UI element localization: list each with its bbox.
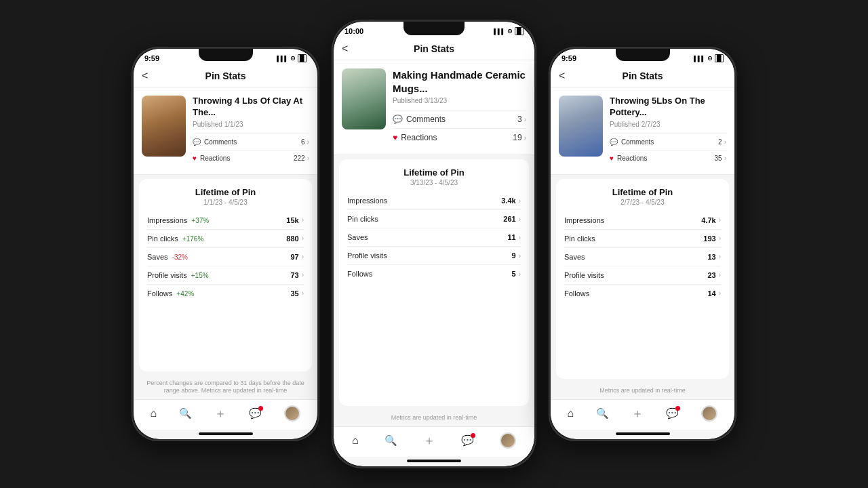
nav-search[interactable]: 🔍 xyxy=(596,407,609,420)
stat-right: 15k › xyxy=(286,216,304,224)
chevron-right-icon: › xyxy=(524,134,526,142)
nav-search[interactable]: 🔍 xyxy=(384,434,397,447)
status-icons: ▌▌▌ ⊙ ▉ xyxy=(277,54,307,62)
stat-row-0[interactable]: Impressions 4.7k › xyxy=(564,211,721,230)
stat-right: 261 › xyxy=(503,215,521,223)
stat-row-0[interactable]: Impressions 3.4k › xyxy=(347,192,521,210)
stat-value: 14 xyxy=(707,289,715,298)
home-icon: ⌂ xyxy=(151,407,157,420)
stat-row-1[interactable]: Pin clicks 261 › xyxy=(347,210,521,228)
phone-screen: 10:00 ▌▌▌ ⊙ ▉ < Pin Stats xyxy=(334,22,534,466)
comments-label: Comments xyxy=(204,138,237,146)
stat-value: 11 xyxy=(507,233,515,241)
stat-label: Saves xyxy=(347,233,368,241)
stat-label: Impressions xyxy=(347,197,387,205)
stat-right: 3.4k › xyxy=(501,197,521,205)
stat-row-2[interactable]: Saves 11 › xyxy=(347,228,521,247)
nav-search[interactable]: 🔍 xyxy=(179,407,192,420)
nav-add[interactable]: ＋ xyxy=(214,405,226,422)
stat-label: Saves -32% xyxy=(147,253,188,261)
metrics-note: Metrics are updated in real-time xyxy=(551,383,734,399)
home-indicator xyxy=(199,432,253,435)
stat-row-4[interactable]: Follows +42% 35 › xyxy=(147,285,304,302)
chevron-right-icon: › xyxy=(302,253,304,260)
reactions-label: Reactions xyxy=(200,155,230,162)
comments-count: 6 xyxy=(301,138,305,146)
stat-label: Follows +42% xyxy=(147,289,194,298)
chevron-right-icon: › xyxy=(719,271,721,279)
lifetime-title: Lifetime of Pin xyxy=(564,187,721,197)
stat-row-4[interactable]: Follows 14 › xyxy=(564,285,721,302)
stat-row-2[interactable]: Saves -32% 97 › xyxy=(147,248,304,266)
stat-label: Pin clicks xyxy=(564,235,595,243)
nav-profile[interactable] xyxy=(500,432,516,449)
nav-messages[interactable]: 💬 xyxy=(249,407,262,420)
reactions-row[interactable]: ♥ Reactions 35 › xyxy=(610,150,726,166)
chevron-right-icon: › xyxy=(519,252,521,260)
pin-card: Making Handmade Ceramic Mugs... Publishe… xyxy=(334,60,534,155)
comments-count: 3 xyxy=(517,115,522,124)
stat-right: 5 › xyxy=(512,270,521,278)
app-header: < Pin Stats xyxy=(334,38,534,60)
notification-dot xyxy=(675,406,680,411)
nav-home[interactable]: ⌂ xyxy=(151,407,157,420)
search-icon: 🔍 xyxy=(179,407,192,420)
stat-label: Profile visits xyxy=(564,271,604,279)
heart-icon: ♥ xyxy=(393,133,397,142)
reactions-row[interactable]: ♥ Reactions 222 › xyxy=(193,150,309,166)
notch xyxy=(199,49,253,61)
stat-right: 880 › xyxy=(286,235,304,243)
stat-right: 11 › xyxy=(507,233,521,241)
back-button[interactable]: < xyxy=(342,43,348,55)
stat-row-3[interactable]: Profile visits 9 › xyxy=(347,247,521,265)
nav-home[interactable]: ⌂ xyxy=(352,434,359,447)
stat-change: +37% xyxy=(191,217,209,224)
pin-title: Throwing 4 Lbs Of Clay At The... xyxy=(193,96,309,119)
stat-label: Profile visits +15% xyxy=(147,271,209,279)
avatar xyxy=(701,405,717,422)
plus-icon: ＋ xyxy=(214,405,226,422)
comments-label: Comments xyxy=(621,138,654,146)
status-time: 9:59 xyxy=(144,54,159,62)
lifetime-section: Lifetime of Pin 1/1/23 - 4/5/23 Impressi… xyxy=(139,179,312,371)
status-time: 10:00 xyxy=(344,27,363,35)
stat-row-3[interactable]: Profile visits +15% 73 › xyxy=(147,266,304,285)
stat-right: 35 › xyxy=(290,289,304,298)
chevron-right-icon: › xyxy=(524,116,526,123)
back-button[interactable]: < xyxy=(559,70,565,82)
chevron-right-icon: › xyxy=(719,235,721,242)
comments-row[interactable]: 💬 Comments 6 › xyxy=(193,134,309,150)
comments-row[interactable]: 💬 Comments 2 › xyxy=(610,134,726,150)
comments-row[interactable]: 💬 Comments 3 › xyxy=(393,110,526,128)
wifi-icon: ⊙ xyxy=(290,55,296,62)
reactions-row[interactable]: ♥ Reactions 19 › xyxy=(393,128,526,146)
nav-messages[interactable]: 💬 xyxy=(666,407,679,420)
stat-row-0[interactable]: Impressions +37% 15k › xyxy=(147,211,304,230)
nav-add[interactable]: ＋ xyxy=(631,405,644,422)
stat-row-1[interactable]: Pin clicks +176% 880 › xyxy=(147,230,304,248)
nav-profile[interactable] xyxy=(284,405,300,422)
stat-value: 193 xyxy=(703,235,715,243)
stat-label: Pin clicks xyxy=(347,215,378,223)
stat-value: 23 xyxy=(707,271,715,279)
stat-right: 73 › xyxy=(290,271,304,279)
stat-value: 15k xyxy=(286,216,298,224)
stat-value: 13 xyxy=(707,253,715,261)
stat-label: Follows xyxy=(564,289,589,298)
stat-row-3[interactable]: Profile visits 23 › xyxy=(564,266,721,285)
stat-value: 261 xyxy=(503,215,515,223)
nav-profile[interactable] xyxy=(701,405,717,422)
status-icons: ▌▌▌ ⊙ ▉ xyxy=(694,54,724,62)
nav-home[interactable]: ⌂ xyxy=(568,407,574,420)
phone-center: 10:00 ▌▌▌ ⊙ ▉ < Pin Stats xyxy=(332,20,536,468)
stat-row-1[interactable]: Pin clicks 193 › xyxy=(564,230,721,248)
stat-row-4[interactable]: Follows 5 › xyxy=(347,265,521,283)
nav-add[interactable]: ＋ xyxy=(423,432,435,449)
stat-row-2[interactable]: Saves 13 › xyxy=(564,248,721,266)
reactions-count: 19 xyxy=(513,133,521,142)
chevron-right-icon: › xyxy=(307,138,309,146)
stat-value: 9 xyxy=(512,251,516,260)
back-button[interactable]: < xyxy=(142,70,148,82)
nav-messages[interactable]: 💬 xyxy=(461,434,474,447)
bottom-nav: ⌂ 🔍 ＋ 💬 xyxy=(134,399,317,430)
